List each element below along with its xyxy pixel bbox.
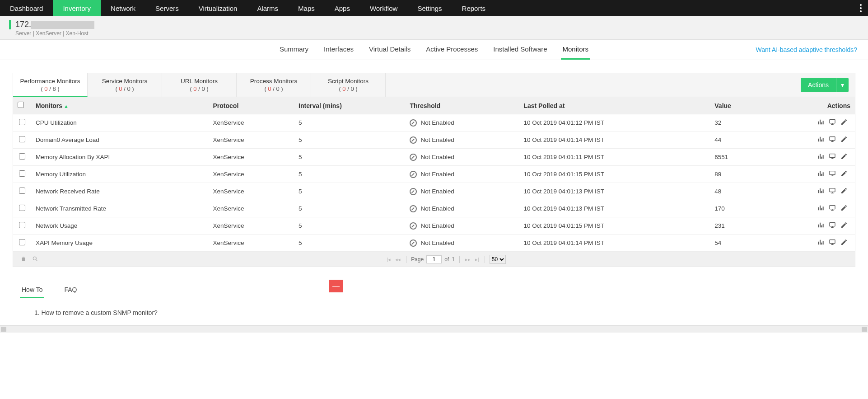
edit-icon[interactable] [840,118,848,127]
search-icon[interactable] [29,256,41,263]
pager-page-input[interactable] [426,255,442,263]
edit-icon[interactable] [840,204,848,213]
row-checkbox[interactable] [19,222,25,228]
cell-polled: 10 Oct 2019 04:01:12 PM IST [519,114,710,131]
nav-apps[interactable]: Apps [325,0,360,16]
disabled-icon [410,154,417,161]
top-nav: DashboardInventoryNetworkServersVirtuali… [0,0,868,16]
chevron-down-icon[interactable] [836,78,849,92]
select-all-checkbox[interactable] [18,102,24,108]
svg-line-25 [36,259,37,261]
edit-icon[interactable] [840,239,848,247]
chart-icon[interactable] [817,118,824,127]
monitor-icon[interactable] [829,239,836,247]
nav-servers[interactable]: Servers [145,0,189,16]
chart-icon[interactable] [817,187,824,196]
row-checkbox[interactable] [19,119,25,125]
chart-icon[interactable] [817,204,824,213]
subtab-virtual-details[interactable]: Virtual Details [367,40,412,60]
pager-last-icon[interactable]: ▸| [474,257,480,263]
col-value[interactable]: Value [710,97,765,114]
monitor-icon[interactable] [829,187,836,196]
row-checkbox[interactable] [19,188,25,194]
cell-name: Memory Allocation By XAPI [31,149,209,166]
col-monitors[interactable]: Monitors▲ [31,97,209,114]
chart-icon[interactable] [817,170,824,178]
cell-name: Memory Utilization [31,166,209,183]
nav-virtualization[interactable]: Virtualization [189,0,247,16]
actions-button[interactable]: Actions [801,78,849,92]
collapse-button[interactable]: — [329,280,343,292]
scroll-right-icon[interactable] [862,327,867,332]
nav-network[interactable]: Network [101,0,145,16]
col-last-polled[interactable]: Last Polled at [519,97,710,114]
cell-interval: 5 [294,131,405,149]
howto-tab-faq[interactable]: FAQ [62,282,79,298]
monitor-icon[interactable] [829,204,836,213]
cell-protocol: XenService [209,217,294,235]
nav-dashboard[interactable]: Dashboard [0,0,53,16]
row-checkbox[interactable] [19,239,25,245]
edit-icon[interactable] [840,136,848,144]
svg-rect-21 [830,240,835,244]
monitor-icon[interactable] [829,153,836,161]
subtab-summary[interactable]: Summary [278,40,310,60]
monitor-tab-performance-monitors[interactable]: Performance Monitors( 0 / 8 ) [13,73,88,97]
header-row: Monitors▲ Protocol Interval (mins) Thres… [13,97,855,114]
nav-maps[interactable]: Maps [288,0,325,16]
chart-icon[interactable] [817,136,824,144]
monitor-tab-script-monitors[interactable]: Script Monitors( 0 / 0 ) [311,73,386,97]
trash-icon[interactable] [18,256,29,263]
disabled-icon [410,188,417,195]
nav-workflow[interactable]: Workflow [360,0,407,16]
nav-alarms[interactable]: Alarms [247,0,288,16]
row-checkbox[interactable] [19,136,25,142]
pager-page-label: Page [411,256,424,263]
pager-prev-icon[interactable]: ◂◂ [394,257,401,263]
kebab-menu-icon[interactable] [854,0,868,16]
nav-reports[interactable]: Reports [452,0,496,16]
col-threshold[interactable]: Threshold [405,97,519,114]
subtab-active-processes[interactable]: Active Processes [424,40,480,60]
pager-next-icon[interactable]: ▸▸ [464,257,471,263]
howto-item[interactable]: 1. How to remove a custom SNMP monitor? [34,309,855,316]
monitor-icon[interactable] [829,221,836,230]
edit-icon[interactable] [840,187,848,196]
monitor-tab-process-monitors[interactable]: Process Monitors( 0 / 0 ) [237,73,311,97]
cell-protocol: XenService [209,235,294,252]
monitor-icon[interactable] [829,170,836,178]
howto-tab-how-to[interactable]: How To [20,282,44,298]
edit-icon[interactable] [840,170,848,178]
subtab-monitors[interactable]: Monitors [561,40,591,60]
cell-protocol: XenService [209,114,294,131]
row-checkbox[interactable] [19,205,25,211]
horizontal-scrollbar[interactable] [0,325,868,333]
monitor-icon[interactable] [829,136,836,144]
chart-icon[interactable] [817,221,824,230]
pager-size-select[interactable]: 50 [490,255,506,264]
scroll-left-icon[interactable] [1,327,6,332]
cell-protocol: XenService [209,200,294,217]
monitor-tab-url-monitors[interactable]: URL Monitors( 0 / 0 ) [162,73,237,97]
chart-icon[interactable] [817,239,824,247]
row-checkbox[interactable] [19,170,25,177]
col-protocol[interactable]: Protocol [209,97,294,114]
nav-settings[interactable]: Settings [407,0,452,16]
col-interval[interactable]: Interval (mins) [294,97,405,114]
subtab-installed-software[interactable]: Installed Software [491,40,549,60]
cell-protocol: XenService [209,183,294,200]
pager-first-icon[interactable]: |◂ [386,257,392,263]
edit-icon[interactable] [840,153,848,161]
nav-inventory[interactable]: Inventory [53,0,101,16]
row-checkbox[interactable] [19,153,25,160]
monitor-tab-service-monitors[interactable]: Service Monitors( 0 / 0 ) [88,73,162,97]
ai-threshold-link[interactable]: Want AI-based adaptive thresholds? [756,46,857,53]
monitor-icon[interactable] [829,118,836,127]
subtab-interfaces[interactable]: Interfaces [322,40,355,60]
cell-polled: 10 Oct 2019 04:01:14 PM IST [519,131,710,149]
svg-rect-12 [830,188,835,192]
svg-rect-9 [830,171,835,175]
edit-icon[interactable] [840,221,848,230]
howto-section: — How ToFAQ 1. How to remove a custom SN… [13,282,855,316]
chart-icon[interactable] [817,153,824,161]
